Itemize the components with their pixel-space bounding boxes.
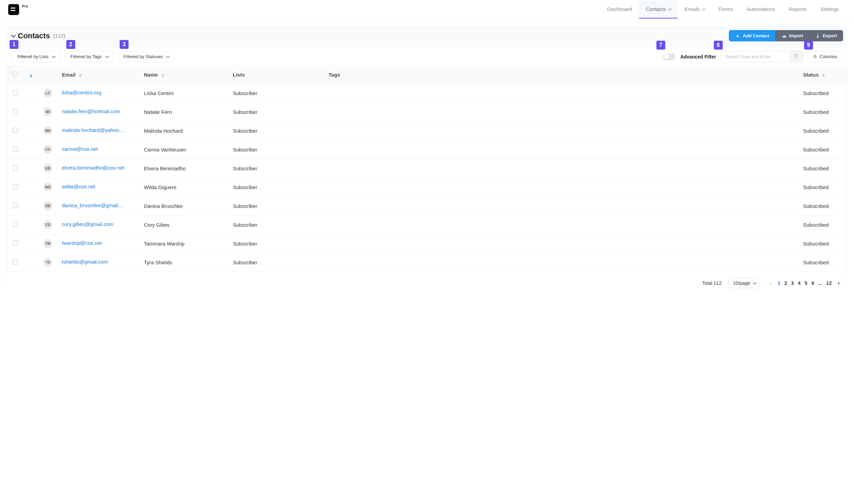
contact-name: Wilda Giguere: [139, 178, 228, 197]
chevron-down-icon: [668, 6, 672, 10]
email-link[interactable]: natalie.fern@hotmail.com: [62, 109, 120, 115]
advanced-filter-toggle[interactable]: [663, 53, 676, 60]
email-link[interactable]: tshields@gmail.com: [62, 260, 108, 266]
page-title: Contacts: [18, 31, 50, 40]
table-row: WG wilda@cox.net Wilda Giguere Subscribe…: [8, 178, 846, 197]
svg-point-0: [795, 54, 797, 57]
contact-status: Subscribed: [798, 103, 846, 121]
page-title-wrap: Contacts (112): [11, 31, 65, 40]
sort-down-icon: [161, 76, 164, 77]
col-status-header[interactable]: Status: [798, 66, 846, 84]
nav-automations[interactable]: Automations: [740, 0, 782, 18]
filter-right: 7 8 9 Advanced Filter ⚙ Columns: [663, 51, 842, 62]
page-number[interactable]: 5: [803, 278, 810, 288]
row-checkbox[interactable]: [13, 259, 18, 265]
contact-tags: [324, 140, 798, 159]
contact-tags: [324, 103, 798, 121]
email-link[interactable]: danica_bruschke@gmail....: [62, 203, 124, 209]
row-checkbox[interactable]: [13, 203, 18, 208]
page-number[interactable]: 4: [796, 278, 803, 288]
contact-lists: Subscriber: [228, 215, 324, 234]
page-next[interactable]: ›: [835, 278, 842, 288]
page-size-label: 10/page: [733, 280, 750, 286]
download-icon: ⭳: [816, 33, 820, 38]
columns-button[interactable]: ⚙ Columns: [808, 51, 842, 62]
nav-reports[interactable]: Reports: [782, 0, 814, 18]
nav-emails[interactable]: Emails: [678, 0, 711, 18]
table-row: MH malinda.hochard@yahoo.... Malinda Hoc…: [8, 121, 846, 140]
contact-status: Subscribed: [798, 121, 846, 140]
contact-lists: Subscriber: [228, 253, 324, 272]
email-link[interactable]: wilda@cox.net: [62, 185, 95, 190]
filter-lists-label: Filtered by Lists: [17, 54, 49, 59]
search-input[interactable]: [721, 51, 790, 62]
add-contact-button[interactable]: ＋ Add Contact: [729, 30, 775, 41]
contact-tags: [324, 234, 798, 253]
row-checkbox[interactable]: [13, 146, 18, 152]
nav-settings[interactable]: Settings: [814, 0, 846, 18]
svg-line-1: [797, 57, 798, 58]
search-button[interactable]: [790, 51, 803, 62]
filter-group: Filtered by Lists Filtered by Tags Filte…: [12, 51, 175, 62]
export-button[interactable]: ⭳ Export: [809, 30, 843, 41]
page-number[interactable]: 2: [782, 278, 789, 288]
page-size-select[interactable]: 10/page: [729, 278, 760, 288]
contact-lists: Subscriber: [228, 159, 324, 178]
nav-forms[interactable]: Forms: [711, 0, 740, 18]
email-link[interactable]: twardrip@cox.net: [62, 241, 102, 247]
avatar: MH: [43, 126, 52, 135]
page-number[interactable]: 12: [824, 278, 834, 288]
content-card: 1 2 3 Filtered by Lists Filtered by Tags…: [8, 48, 846, 292]
header-actions: 4 5 6 ＋ Add Contact ☁ Import ⭳ Export: [729, 30, 843, 41]
chevron-down-icon: [702, 6, 706, 10]
page-prev[interactable]: ‹: [767, 278, 774, 288]
filter-statuses-button[interactable]: Filtered by Statuses: [118, 51, 175, 62]
pagination-total: Total 112: [702, 280, 722, 286]
col-email-header[interactable]: Email: [57, 66, 139, 84]
import-label: Import: [789, 33, 803, 38]
col-name-header[interactable]: Name: [139, 66, 228, 84]
annotation-badge-2: 2: [66, 40, 75, 49]
filter-lists-button[interactable]: Filtered by Lists: [12, 51, 61, 62]
sort-up-icon: [30, 74, 32, 75]
chevron-down-icon[interactable]: [11, 32, 16, 37]
select-all-checkbox[interactable]: [13, 71, 18, 77]
row-checkbox[interactable]: [13, 109, 18, 114]
row-checkbox[interactable]: [13, 240, 18, 246]
sort-up-icon: [161, 74, 164, 75]
email-link[interactable]: carma@cox.net: [62, 147, 98, 153]
col-lists-header: Lists: [228, 66, 324, 84]
row-checkbox[interactable]: [13, 90, 18, 95]
import-button[interactable]: ☁ Import: [775, 30, 809, 41]
nav-contacts[interactable]: Contacts: [639, 0, 678, 18]
row-checkbox[interactable]: [13, 222, 18, 227]
table-row: LC lisha@centini.org Lisha Centini Subsc…: [8, 84, 846, 103]
nav-dashboard[interactable]: Dashboard: [600, 0, 639, 18]
gear-icon: ⚙: [813, 54, 817, 59]
page-number[interactable]: 1: [776, 278, 783, 288]
table-row: TW twardrip@cox.net Tammara Wardrip Subs…: [8, 234, 846, 253]
contact-tags: [324, 84, 798, 103]
contact-name: Natalie Fern: [139, 103, 228, 121]
annotation-badge-3: 3: [120, 40, 129, 49]
email-link[interactable]: lisha@centini.org: [62, 91, 101, 96]
email-link[interactable]: elvera.benimadho@cox.net: [62, 166, 124, 172]
contact-lists: Subscriber: [228, 84, 324, 103]
contact-lists: Subscriber: [228, 140, 324, 159]
row-checkbox[interactable]: [13, 165, 18, 171]
table-row: NF natalie.fern@hotmail.com Natalie Fern…: [8, 103, 846, 121]
sort-up-icon: [822, 74, 825, 75]
page-number[interactable]: 3: [789, 278, 796, 288]
filter-tags-button[interactable]: Filtered by Tags: [65, 51, 114, 62]
email-link[interactable]: malinda.hochard@yahoo....: [62, 128, 125, 134]
contact-tags: [324, 178, 798, 197]
avatar: EB: [43, 164, 52, 173]
sort-column[interactable]: [23, 66, 39, 84]
brand: Pro: [8, 4, 28, 15]
contact-lists: Subscriber: [228, 103, 324, 121]
row-checkbox[interactable]: [13, 128, 18, 133]
row-checkbox[interactable]: [13, 184, 18, 189]
page-number[interactable]: 6: [810, 278, 816, 288]
email-link[interactable]: cory.gibes@gmail.com: [62, 222, 114, 228]
table-row: EB elvera.benimadho@cox.net Elvera Benim…: [8, 159, 846, 178]
